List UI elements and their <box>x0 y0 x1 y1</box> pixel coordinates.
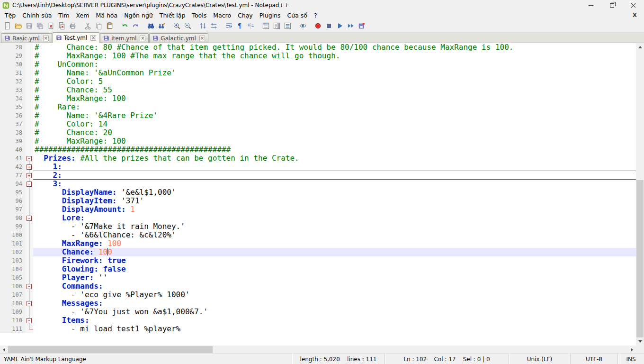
function-list-button[interactable] <box>260 20 271 31</box>
code-text[interactable]: # Chance: 20 <box>33 128 636 137</box>
bookmark-margin[interactable] <box>0 120 8 128</box>
bookmark-margin[interactable] <box>0 325 8 333</box>
code-text[interactable]: Prizes: #All the prizes that can be gott… <box>33 154 636 163</box>
bookmark-margin[interactable] <box>0 265 8 273</box>
close-button[interactable] <box>623 0 644 10</box>
bookmark-margin[interactable] <box>0 180 8 188</box>
zoom-in-button[interactable] <box>171 20 182 31</box>
menu-item-10[interactable]: Plugins <box>256 11 284 20</box>
bookmark-margin[interactable] <box>0 163 8 171</box>
bookmark-margin[interactable] <box>0 222 8 231</box>
code-text[interactable]: DisplayAmount: 1 <box>33 205 636 214</box>
save-all-button[interactable] <box>35 20 45 31</box>
bookmark-margin[interactable] <box>0 94 8 103</box>
replace-button[interactable] <box>156 20 167 31</box>
fold-toggle-icon[interactable]: - <box>27 182 32 187</box>
sync-scroll-vertical-button[interactable] <box>197 20 208 31</box>
code-text[interactable]: MaxRange: 100 <box>33 239 636 248</box>
fold-toggle-icon[interactable]: - <box>27 216 32 221</box>
bookmark-margin[interactable] <box>0 77 8 86</box>
bookmark-margin[interactable] <box>0 282 8 291</box>
menu-item-2[interactable]: Tìm <box>55 11 72 20</box>
code-text[interactable]: 3: <box>33 180 636 188</box>
menu-item-5[interactable]: Ngôn ngữ <box>121 11 156 20</box>
code-text[interactable]: - mi load test1 %player% <box>33 325 636 333</box>
bookmark-margin[interactable] <box>0 52 8 60</box>
fold-toggle-icon[interactable]: + <box>27 164 32 170</box>
code-text[interactable]: # Color: 5 <box>33 77 636 86</box>
bookmark-margin[interactable] <box>0 273 8 282</box>
menu-item-0[interactable]: Tệp <box>1 11 19 20</box>
horizontal-scroll-track[interactable] <box>8 346 628 354</box>
code-text[interactable]: ########################################… <box>33 146 636 154</box>
code-text[interactable]: # MaxRange: 100 #The max range that the … <box>33 52 636 60</box>
bookmark-margin[interactable] <box>0 60 8 69</box>
scroll-up-button[interactable] <box>636 43 644 51</box>
bookmark-margin[interactable] <box>0 69 8 77</box>
close-document-x[interactable]: X <box>627 12 643 18</box>
minimize-button[interactable] <box>580 0 601 10</box>
close-file-button[interactable] <box>45 20 56 31</box>
code-text[interactable]: - '&7Make it rain Money.' <box>33 222 636 231</box>
bookmark-margin[interactable] <box>0 248 8 256</box>
close-all-files-button[interactable] <box>56 20 67 31</box>
cut-button[interactable] <box>82 20 93 31</box>
code-text[interactable]: # Chance: 80 #Chance of that item gettin… <box>33 43 636 52</box>
bookmark-margin[interactable] <box>0 291 8 299</box>
bookmark-margin[interactable] <box>0 308 8 316</box>
bookmark-margin[interactable] <box>0 43 8 52</box>
redo-button[interactable] <box>130 20 141 31</box>
vertical-scroll-thumb[interactable] <box>636 180 644 337</box>
macro-record-button[interactable] <box>313 20 323 31</box>
menu-item-4[interactable]: Mã hóa <box>92 11 121 20</box>
menu-item-3[interactable]: Xem <box>73 11 93 20</box>
bookmark-margin[interactable] <box>0 103 8 111</box>
code-text[interactable]: - 'eco give %Player% 1000' <box>33 291 636 299</box>
menu-item-11[interactable]: Cửa sổ <box>284 11 311 20</box>
code-text[interactable]: # Color: 14 <box>33 120 636 128</box>
bookmark-margin[interactable] <box>0 256 8 265</box>
bookmark-margin[interactable] <box>0 137 8 146</box>
fold-toggle-icon[interactable]: - <box>27 318 32 323</box>
code-text[interactable]: Firework: true <box>33 256 636 265</box>
bookmark-margin[interactable] <box>0 205 8 214</box>
code-text[interactable]: # UnCommon: <box>33 60 636 69</box>
code-text[interactable]: 2: <box>33 171 636 180</box>
code-text[interactable]: Glowing: false <box>33 265 636 273</box>
code-text[interactable]: Lore: <box>33 214 636 222</box>
paste-button[interactable] <box>104 20 115 31</box>
bookmark-margin[interactable] <box>0 214 8 222</box>
bookmark-margin[interactable] <box>0 171 8 180</box>
undo-button[interactable] <box>119 20 130 31</box>
bookmark-margin[interactable] <box>0 197 8 205</box>
bookmark-margin[interactable] <box>0 154 8 163</box>
tab-basic-yml[interactable]: Basic.yml× <box>1 33 52 43</box>
find-button[interactable] <box>145 20 156 31</box>
open-file-button[interactable] <box>13 20 24 31</box>
code-text[interactable]: Player: '' <box>33 273 636 282</box>
macro-save-button[interactable] <box>356 20 367 31</box>
copy-button[interactable] <box>93 20 104 31</box>
tab-close-icon[interactable]: × <box>43 36 49 41</box>
menu-item-12[interactable]: ? <box>311 11 321 20</box>
tab-close-icon[interactable]: × <box>199 36 205 41</box>
word-wrap-button[interactable] <box>224 20 234 31</box>
bookmark-margin[interactable] <box>0 239 8 248</box>
code-text[interactable]: # MaxRange: 100 <box>33 137 636 146</box>
code-text[interactable]: # Chance: 55 <box>33 86 636 94</box>
code-text[interactable]: Chance: 100 <box>33 248 636 256</box>
code-text[interactable]: # Name: '&aUnCommon Prize' <box>33 69 636 77</box>
fold-toggle-icon[interactable]: - <box>27 156 32 161</box>
bookmark-margin[interactable] <box>0 231 8 239</box>
scroll-down-button[interactable] <box>636 337 644 346</box>
code-text[interactable]: Items: <box>33 316 636 325</box>
maximize-button[interactable] <box>601 0 623 10</box>
tab-item-yml[interactable]: item.yml× <box>100 33 149 43</box>
menu-item-6[interactable]: Thiết lập <box>156 11 189 20</box>
macro-stop-button[interactable] <box>323 20 334 31</box>
bookmark-margin[interactable] <box>0 146 8 154</box>
show-all-characters-button[interactable]: ¶ <box>234 20 245 31</box>
fold-toggle-icon[interactable]: - <box>27 301 32 306</box>
save-button[interactable] <box>24 20 35 31</box>
macro-play-button[interactable] <box>334 20 345 31</box>
